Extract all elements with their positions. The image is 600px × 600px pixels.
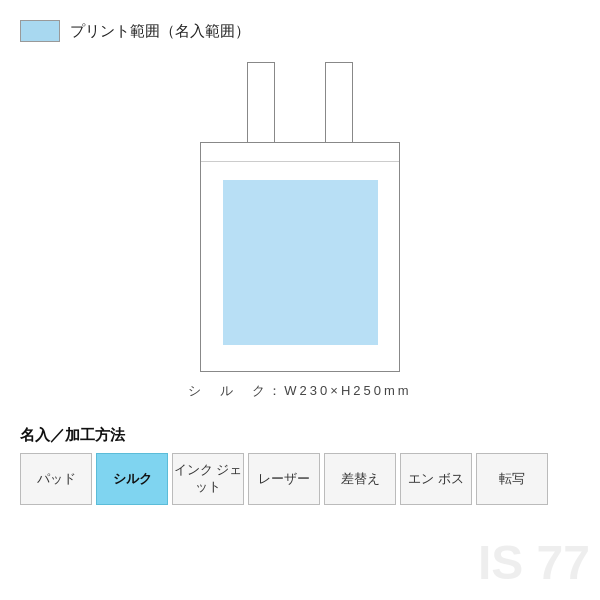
method-buttons-row: パッドシルクインク ジェットレーザー差替えエン ボス転写 — [20, 453, 580, 505]
bag-handle-left — [247, 62, 275, 142]
method-btn-pad[interactable]: パッド — [20, 453, 92, 505]
bag-illustration-area: シ ル ク：W230×H250mm 名入／加工方法 パッドシルクインク ジェット… — [20, 62, 580, 580]
page-container: プリント範囲（名入範囲） シ ル ク：W230×H250mm 名入／加工方法 パ… — [0, 0, 600, 600]
bag-body — [200, 142, 400, 372]
dimension-label: シ ル ク：W230×H250mm — [188, 382, 411, 400]
bag-handle-right — [325, 62, 353, 142]
legend-row: プリント範囲（名入範囲） — [20, 20, 580, 42]
bag-top-seam-line — [201, 161, 399, 162]
method-btn-inkjet[interactable]: インク ジェット — [172, 453, 244, 505]
bag-handles-row — [200, 62, 400, 142]
method-btn-transfer[interactable]: 転写 — [476, 453, 548, 505]
bag-wrapper — [200, 62, 400, 372]
legend-label: プリント範囲（名入範囲） — [70, 22, 250, 41]
method-btn-laser[interactable]: レーザー — [248, 453, 320, 505]
method-btn-emboss[interactable]: エン ボス — [400, 453, 472, 505]
method-btn-replace[interactable]: 差替え — [324, 453, 396, 505]
print-area-highlight — [223, 180, 378, 345]
method-btn-silk[interactable]: シルク — [96, 453, 168, 505]
legend-color-swatch — [20, 20, 60, 42]
section-title: 名入／加工方法 — [20, 426, 580, 445]
